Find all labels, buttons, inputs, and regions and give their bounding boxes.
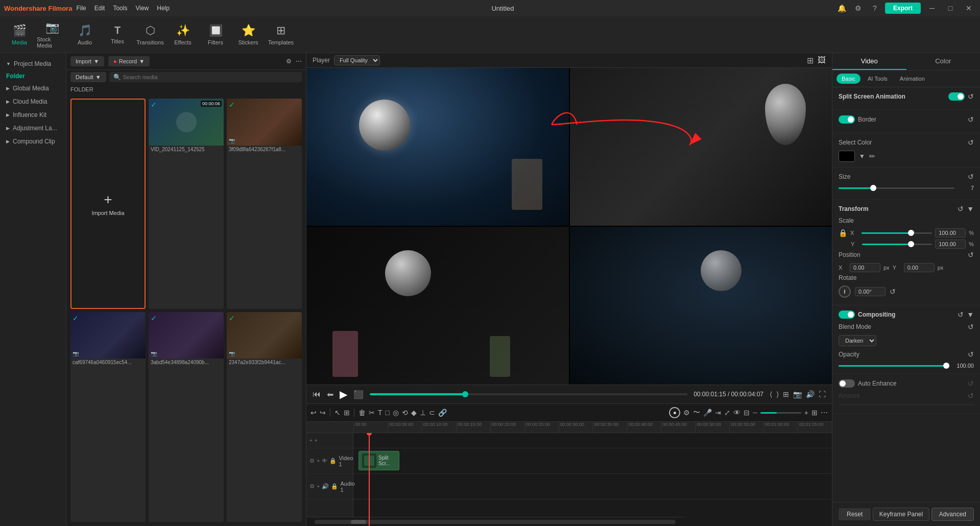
split-screen-reset[interactable]: ↺ [968, 92, 974, 101]
position-x-input[interactable] [850, 263, 880, 272]
auto-enhance-toggle[interactable] [839, 379, 855, 388]
track-audio-speaker[interactable]: 🔊 [322, 483, 329, 490]
media-item-2[interactable]: ✓ 📷 3f09d8fa64236267f1a8... [227, 99, 302, 309]
select-color-reset[interactable]: ↺ [968, 138, 974, 147]
help-icon[interactable]: ? [869, 2, 881, 14]
track-lock-icon[interactable]: 🔒 [329, 458, 337, 464]
toolbar-titles[interactable]: T Titles [102, 18, 133, 51]
toolbar-transitions[interactable]: ⬡ Transitions [135, 18, 165, 51]
scale-y-slider[interactable] [862, 244, 932, 245]
import-button[interactable]: Import ▼ [70, 56, 104, 66]
more-timeline-icon[interactable]: ⊟ [744, 409, 750, 417]
snap-icon[interactable]: ⊥ [420, 409, 426, 417]
volume-icon[interactable]: 🔊 [806, 390, 815, 398]
split-icon[interactable]: ✂ [369, 409, 375, 417]
magnet-icon[interactable]: ⊂ [429, 409, 435, 417]
menu-tools[interactable]: Tools [113, 5, 127, 12]
eye-icon[interactable]: 👁 [733, 409, 740, 417]
scale-y-input[interactable] [935, 240, 966, 249]
settings-icon[interactable]: ⚙ [852, 2, 865, 14]
tab-color[interactable]: Color [906, 53, 981, 70]
settings-timeline-icon[interactable]: ⚙ [683, 409, 690, 417]
sidebar-item-adjustment-layer[interactable]: ▶ Adjustment La... [0, 122, 66, 135]
playhead[interactable] [369, 433, 370, 526]
export-button[interactable]: Export [885, 3, 921, 14]
undo-icon[interactable]: ↩ [310, 409, 317, 417]
media-item-5[interactable]: ✓ 📷 2347a2e933f2b9441ac... [227, 312, 302, 522]
menu-file[interactable]: File [76, 5, 86, 12]
audio-wave-icon[interactable]: 〜 [693, 408, 700, 417]
import-media-cell[interactable]: + Import Media [70, 99, 146, 309]
add-track-icon[interactable]: + [309, 438, 313, 443]
stop-button[interactable]: ⬛ [353, 390, 364, 399]
zoom-in-icon[interactable]: + [804, 409, 808, 417]
search-input[interactable] [123, 74, 298, 80]
media-item-1[interactable]: 00:00:06 ✓ VID_20241125_142525 [149, 99, 224, 309]
toolbar-templates[interactable]: ⊞ Templates [266, 18, 296, 51]
fullscreen-icon[interactable]: ⛶ [819, 390, 826, 398]
crop-timeline-icon[interactable]: □ [386, 409, 390, 417]
minimize-button[interactable]: ─ [925, 3, 939, 13]
color-pen-icon[interactable]: ✏ [869, 152, 875, 160]
tab-video[interactable]: Video [832, 53, 906, 70]
sidebar-item-cloud-media[interactable]: ▶ Cloud Media [0, 95, 66, 108]
record-button[interactable]: ● Record ▼ [108, 56, 150, 66]
snapshot-icon[interactable]: 📷 [793, 390, 802, 398]
track-add-icon[interactable]: + [317, 458, 320, 464]
toolbar-filters[interactable]: 🔲 Filters [200, 18, 231, 51]
rotate-reset[interactable]: ↺ [890, 288, 896, 296]
blend-mode-reset[interactable]: ↺ [968, 323, 974, 331]
add-audio-track-icon[interactable]: + [315, 438, 318, 443]
track-settings-icon[interactable]: ⚙ [309, 458, 315, 464]
rotate-dial[interactable] [839, 285, 851, 298]
transform-reset[interactable]: ↺ [958, 205, 964, 213]
size-slider[interactable] [839, 187, 954, 189]
track-audio-lock[interactable]: 🔒 [331, 483, 338, 490]
extract-icon[interactable]: ⇥ [715, 409, 721, 417]
default-dropdown[interactable]: Default ▼ [70, 72, 106, 82]
photo-icon[interactable]: 🖼 [818, 56, 826, 65]
subtab-ai-tools[interactable]: AI Tools [863, 74, 893, 84]
transform-icon[interactable]: ⟲ [402, 409, 408, 417]
filter-icon[interactable]: ⚙ [286, 58, 292, 65]
toolbar-effects[interactable]: ✨ Effects [168, 18, 198, 51]
menu-help[interactable]: Help [157, 5, 170, 12]
multi-select-icon[interactable]: ⊞ [344, 409, 350, 417]
toolbar-stock-media[interactable]: 📷 Stock Media [37, 18, 67, 51]
step-back-button[interactable]: ⬅ [327, 390, 333, 399]
media-item-4[interactable]: ✓ 📷 3abd54e34898a24090b... [149, 312, 224, 522]
opacity-thumb[interactable] [943, 363, 949, 369]
track-content[interactable]: Split Scr... [353, 433, 832, 526]
more-icon[interactable]: ⋯ [296, 58, 302, 65]
scrollbar-thumb[interactable] [351, 520, 366, 524]
toolbar-audio[interactable]: 🎵 Audio [69, 18, 100, 51]
size-reset[interactable]: ↺ [968, 173, 974, 181]
compositing-toggle[interactable] [839, 310, 855, 319]
compositing-reset[interactable]: ↺ [958, 310, 964, 319]
zoom-track[interactable] [760, 412, 801, 414]
toolbar-media[interactable]: 🎬 Media [4, 18, 35, 51]
subtab-animation[interactable]: Animation [895, 74, 930, 84]
text-icon[interactable]: T [378, 409, 383, 417]
sidebar-item-compound-clip[interactable]: ▶ Compound Clip [0, 135, 66, 148]
color-box[interactable] [839, 151, 855, 162]
position-y-input[interactable] [904, 263, 935, 272]
color-dropdown-arrow[interactable]: ▼ [859, 153, 865, 160]
transform-chevron[interactable]: ▼ [967, 205, 974, 213]
track-audio-add[interactable]: + [317, 483, 320, 490]
scale-x-slider[interactable] [862, 232, 932, 234]
account-icon[interactable]: 🔔 [836, 2, 848, 14]
go-to-start-button[interactable]: ⏮ [313, 390, 321, 399]
rotate-input[interactable] [855, 287, 886, 296]
auto-enhance-reset[interactable]: ↺ [968, 379, 974, 388]
advanced-button[interactable]: Advanced [931, 508, 974, 521]
split-screen-toggle[interactable] [948, 92, 965, 101]
grid-view-icon[interactable]: ⊞ [811, 409, 818, 417]
reset-button[interactable]: Reset [839, 508, 871, 520]
opacity-reset[interactable]: ↺ [968, 350, 974, 358]
sidebar-folder[interactable]: Folder [0, 70, 66, 82]
track-eye-icon[interactable]: 👁 [322, 458, 327, 464]
out-point-icon[interactable]: ⟩ [776, 390, 779, 398]
menu-edit[interactable]: Edit [94, 5, 105, 12]
track-audio-settings[interactable]: ⚙ [309, 483, 315, 490]
